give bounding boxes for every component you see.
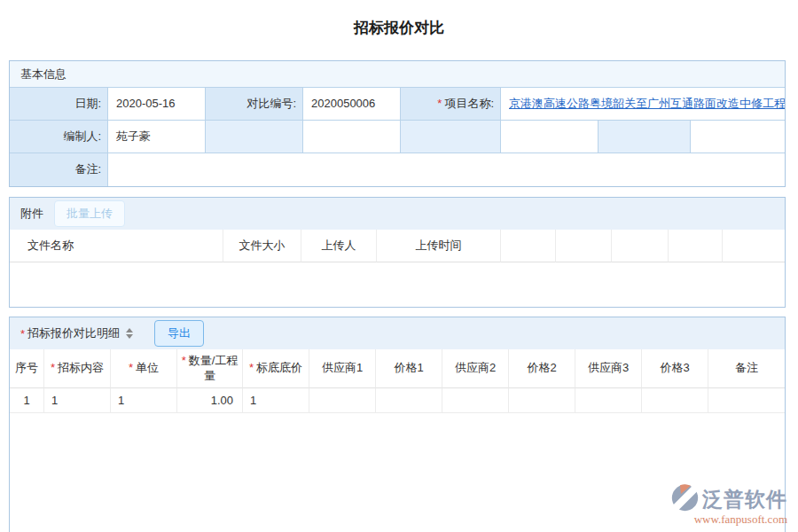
- detail-header-baseprice: *标底底价: [243, 349, 309, 388]
- attachment-header-filename: 文件名称: [10, 230, 223, 262]
- detail-header-price1: 价格1: [376, 349, 442, 388]
- detail-header-supplier1: 供应商1: [309, 349, 376, 388]
- attachments-section-title: 附件: [20, 206, 43, 222]
- vendor-brand-text: 泛普软件: [702, 486, 787, 513]
- detail-cell-unit: 1: [111, 388, 177, 413]
- detail-cell-price2: [509, 388, 575, 413]
- date-label: 日期:: [10, 88, 108, 121]
- attachment-header-empty: [556, 230, 612, 262]
- detail-cell-qty: 1.00: [177, 388, 243, 413]
- detail-section: * 招标报价对比明细 导出 序号 *招标内容 *单位 *数量/工程量 *标底底价…: [9, 317, 786, 532]
- empty-value-cell: [303, 121, 401, 153]
- attachment-header-uploader: 上传人: [301, 230, 377, 262]
- compare-no-value: 2020050006: [303, 88, 401, 121]
- required-asterisk: *: [437, 97, 442, 110]
- detail-header-supplier2: 供应商2: [442, 349, 509, 388]
- creator-label: 编制人:: [10, 121, 108, 153]
- detail-header-seq: 序号: [10, 349, 44, 388]
- empty-value-cell: [691, 121, 785, 153]
- project-name-label: *项目名称:: [401, 88, 501, 121]
- attachment-header-empty: [612, 230, 669, 262]
- attachments-bar: 附件 批量上传: [10, 198, 785, 230]
- detail-cell-supplier2: [442, 388, 509, 413]
- detail-cell-content: 1: [44, 388, 111, 413]
- project-name-cell: 京港澳高速公路粤境韶关至广州互通路面改造中修工程: [501, 88, 785, 121]
- empty-label-cell: [598, 121, 691, 153]
- creator-value: 苑子豪: [108, 121, 206, 153]
- compare-no-label: 对比编号:: [206, 88, 303, 121]
- required-asterisk: *: [129, 361, 133, 374]
- required-asterisk: *: [20, 327, 25, 340]
- basic-info-section: 基本信息 日期: 2020-05-16 对比编号: 2020050006 *项目…: [9, 60, 786, 187]
- attachment-header-empty: [669, 230, 723, 262]
- attachment-header-filesize: 文件大小: [223, 230, 301, 262]
- detail-cell-seq: 1: [10, 388, 44, 413]
- attachment-header-empty: [723, 230, 785, 262]
- detail-bar: * 招标报价对比明细 导出: [10, 317, 785, 349]
- vendor-url-text: www.fanpusoft.com: [694, 512, 787, 527]
- empty-label-cell: [401, 121, 501, 153]
- detail-header-price3: 价格3: [642, 349, 708, 388]
- vendor-logo-icon: [670, 483, 700, 515]
- detail-cell-price3: [642, 388, 708, 413]
- basic-info-grid: 日期: 2020-05-16 对比编号: 2020050006 *项目名称: 京…: [10, 88, 785, 186]
- page-title: 招标报价对比: [0, 18, 798, 38]
- date-value: 2020-05-16: [108, 88, 206, 121]
- detail-cell-supplier3: [575, 388, 642, 413]
- required-asterisk: *: [249, 361, 254, 374]
- detail-header-unit: *单位: [111, 349, 177, 388]
- basic-info-section-title: 基本信息: [10, 61, 785, 88]
- required-asterisk: *: [182, 354, 186, 367]
- detail-header-remark: 备注: [708, 349, 785, 388]
- sort-toggle-icon[interactable]: [126, 328, 133, 339]
- attachments-table-header: 文件名称 文件大小 上传人 上传时间: [10, 230, 785, 262]
- remark-label: 备注:: [10, 153, 108, 186]
- export-button[interactable]: 导出: [154, 320, 204, 347]
- detail-cell-remark: [708, 388, 785, 413]
- detail-cell-baseprice: 1: [243, 388, 309, 413]
- empty-label-cell: [206, 121, 303, 153]
- detail-cell-supplier1: [309, 388, 376, 413]
- project-name-label-text: 项目名称:: [444, 97, 494, 110]
- attachment-header-uploadtime: 上传时间: [377, 230, 501, 262]
- detail-header-qty: *数量/工程量: [177, 349, 243, 388]
- project-name-link[interactable]: 京港澳高速公路粤境韶关至广州互通路面改造中修工程: [509, 97, 785, 110]
- required-asterisk: *: [51, 361, 55, 374]
- remark-value: [108, 153, 785, 186]
- attachment-header-empty: [501, 230, 556, 262]
- vendor-watermark: 泛普软件 www.fanpusoft.com: [670, 483, 787, 527]
- detail-header-content: *招标内容: [44, 349, 111, 388]
- detail-section-title: 招标报价对比明细: [27, 325, 120, 341]
- detail-header-supplier3: 供应商3: [575, 349, 642, 388]
- detail-cell-price1: [376, 388, 442, 413]
- empty-value-cell: [501, 121, 598, 153]
- detail-header-price2: 价格2: [509, 349, 575, 388]
- batch-upload-button[interactable]: 批量上传: [54, 200, 125, 227]
- attachments-section: 附件 批量上传 文件名称 文件大小 上传人 上传时间: [9, 197, 786, 308]
- detail-table-header: 序号 *招标内容 *单位 *数量/工程量 *标底底价 供应商1 价格1 供应商2…: [10, 349, 785, 413]
